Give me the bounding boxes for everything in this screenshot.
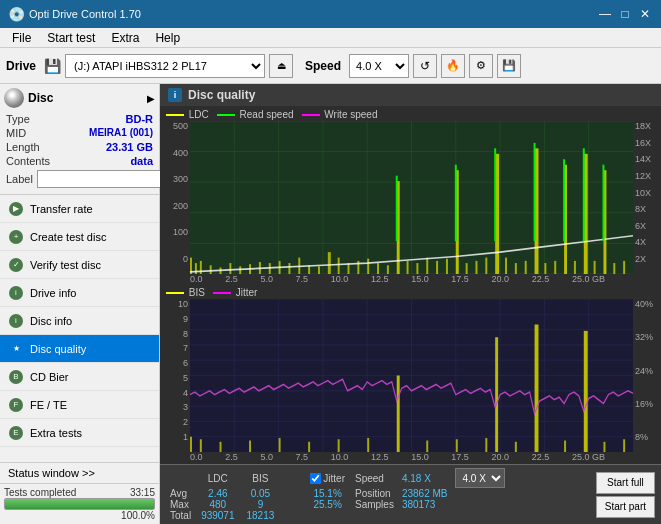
nav-item-create-test-disc[interactable]: + Create test disc	[0, 223, 159, 251]
yr-18x: 18X	[635, 121, 651, 131]
progress-label: 100.0%	[121, 510, 155, 521]
drive-select[interactable]: (J:) ATAPI iHBS312 2 PL17	[65, 54, 265, 78]
col-ldc: LDC	[195, 468, 240, 488]
lower-chart-section: BIS Jitter 10 9 8 7 6 5 4 3	[160, 285, 661, 464]
start-full-button[interactable]: Start full	[596, 472, 655, 494]
nav-label-disc-quality: Disc quality	[30, 343, 86, 355]
svg-rect-38	[407, 261, 409, 274]
speed-select[interactable]: 4.0 X	[349, 54, 409, 78]
stats-table: LDC BIS Jitter Speed 4.18 X	[166, 468, 505, 521]
read-legend-item: Read speed	[217, 109, 294, 120]
speed-val: 4.18 X	[398, 468, 452, 488]
nav-label-drive-info: Drive info	[30, 287, 76, 299]
svg-rect-39	[416, 263, 418, 274]
read-legend-label: Read speed	[240, 109, 294, 120]
lower-chart-svg	[190, 299, 633, 452]
xl-100: 10.0	[331, 452, 349, 462]
upper-y-axis-right: 18X 16X 14X 12X 10X 8X 6X 4X 2X	[633, 121, 659, 274]
menu-extra[interactable]: Extra	[103, 29, 147, 47]
svg-rect-45	[475, 261, 477, 274]
total-label: Total	[166, 510, 195, 521]
svg-rect-26	[288, 263, 290, 274]
max-label: Max	[166, 499, 195, 510]
svg-rect-53	[554, 261, 556, 274]
write-legend-item: Write speed	[302, 109, 378, 120]
position-val: 23862 MB	[398, 488, 452, 499]
y-4: 4	[183, 388, 188, 398]
svg-rect-92	[308, 442, 310, 452]
close-button[interactable]: ✕	[637, 6, 653, 22]
svg-rect-98	[485, 438, 487, 452]
settings-button[interactable]: ⚙	[469, 54, 493, 78]
status-window-button[interactable]: Status window >>	[0, 462, 159, 483]
status-window-label: Status window >>	[8, 467, 95, 479]
stats-bar: LDC BIS Jitter Speed 4.18 X	[160, 464, 661, 524]
bis-total: 18213	[241, 510, 281, 521]
svg-rect-57	[594, 261, 596, 274]
svg-rect-50	[525, 261, 527, 274]
status-time: 33:15	[130, 487, 155, 498]
nav-item-cd-bier[interactable]: B CD Bier	[0, 363, 159, 391]
bis-max: 9	[241, 499, 281, 510]
lower-y-axis-left: 10 9 8 7 6 5 4 3 2 1	[162, 299, 190, 452]
x-225: 22.5	[532, 274, 550, 284]
disc-section-title: Disc	[28, 91, 53, 105]
svg-rect-101	[535, 325, 539, 453]
maximize-button[interactable]: □	[617, 6, 633, 22]
yr-2x: 2X	[635, 254, 646, 264]
y-200: 200	[173, 201, 188, 211]
drive-label: Drive	[6, 59, 36, 73]
svg-rect-102	[564, 441, 566, 452]
jitter-avg: 15.1%	[304, 488, 351, 499]
x-250: 25.0 GB	[572, 274, 605, 284]
yr-8: 8%	[635, 432, 648, 442]
nav-item-transfer-rate[interactable]: ▶ Transfer rate	[0, 195, 159, 223]
nav-item-disc-info[interactable]: i Disc info	[0, 307, 159, 335]
write-legend-label: Write speed	[324, 109, 377, 120]
x-75: 7.5	[296, 274, 309, 284]
svg-rect-99	[495, 337, 498, 452]
position-label: Position	[351, 488, 398, 499]
burn-button[interactable]: 🔥	[441, 54, 465, 78]
svg-rect-103	[584, 331, 588, 452]
menu-start-test[interactable]: Start test	[39, 29, 103, 47]
main-layout: Disc ▶ Type BD-R MID MEIRA1 (001) Length…	[0, 84, 661, 524]
upper-chart-svg	[190, 121, 633, 274]
upper-chart-svg-container	[190, 121, 633, 274]
svg-rect-29	[318, 266, 320, 274]
nav-items: ▶ Transfer rate + Create test disc ✓ Ver…	[0, 195, 159, 462]
nav-item-disc-quality[interactable]: ★ Disc quality	[0, 335, 159, 363]
x-150: 15.0	[411, 274, 429, 284]
svg-rect-18	[210, 265, 212, 274]
nav-item-fe-te[interactable]: F FE / TE	[0, 391, 159, 419]
start-part-button[interactable]: Start part	[596, 496, 655, 518]
minimize-button[interactable]: —	[597, 6, 613, 22]
nav-item-extra-tests[interactable]: E Extra tests	[0, 419, 159, 447]
progress-bar-outer	[4, 498, 155, 510]
app-title: Opti Drive Control 1.70	[29, 8, 141, 20]
svg-rect-41	[436, 261, 438, 274]
disc-label-input[interactable]	[37, 170, 170, 188]
menu-file[interactable]: File	[4, 29, 39, 47]
y-500: 500	[173, 121, 188, 131]
status-text: Tests completed	[4, 487, 76, 498]
speed-label: Speed	[305, 59, 341, 73]
speed-select-stats[interactable]: 4.0 X	[455, 468, 505, 488]
menu-help[interactable]: Help	[147, 29, 188, 47]
nav-item-drive-info[interactable]: i Drive info	[0, 279, 159, 307]
svg-rect-31	[338, 258, 340, 274]
x-50: 5.0	[260, 274, 273, 284]
eject-button[interactable]: ⏏	[269, 54, 293, 78]
bis-avg: 0.05	[241, 488, 281, 499]
jitter-checkbox[interactable]	[310, 473, 321, 484]
save-button[interactable]: 💾	[497, 54, 521, 78]
y-5: 5	[183, 373, 188, 383]
y-6: 6	[183, 358, 188, 368]
y-2: 2	[183, 417, 188, 427]
progress-area: Tests completed 33:15 100.0%	[0, 483, 159, 524]
svg-rect-52	[544, 263, 546, 274]
refresh-button[interactable]: ↺	[413, 54, 437, 78]
svg-rect-88	[200, 439, 202, 452]
col-speed: Speed	[351, 468, 398, 488]
nav-item-verify-test-disc[interactable]: ✓ Verify test disc	[0, 251, 159, 279]
